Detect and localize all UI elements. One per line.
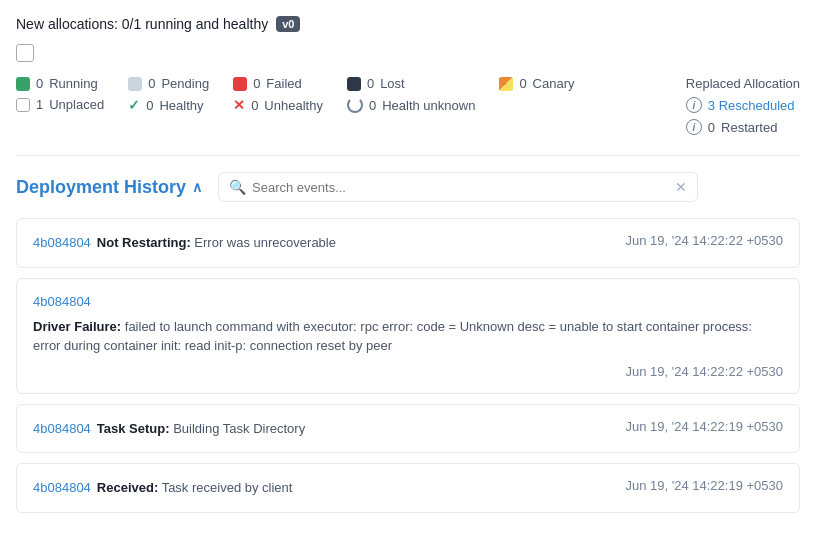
restarted-item: i 0 Restarted (686, 119, 800, 135)
deployment-title-text: Deployment History (16, 177, 186, 198)
search-input[interactable] (252, 180, 669, 195)
restarted-icon: i (686, 119, 702, 135)
stat-running: 0 Running (16, 76, 104, 91)
event-time: Jun 19, '24 14:22:22 +0530 (625, 364, 783, 379)
lost-icon (347, 77, 361, 91)
healthy-icon: ✓ (128, 97, 140, 113)
failed-icon (233, 77, 247, 91)
chevron-up-icon[interactable]: ∧ (192, 179, 202, 195)
event-left: 4b084804 Received: Task received by clie… (33, 478, 609, 498)
lost-count: 0 (367, 76, 374, 91)
unhealthy-count: 0 (251, 98, 258, 113)
canary-label: Canary (533, 76, 575, 91)
event-bold: Driver Failure: (33, 319, 121, 334)
stat-unhealthy: ✕ 0 Unhealthy (233, 97, 323, 113)
event-id-link[interactable]: 4b084804 (33, 235, 91, 250)
health-unknown-icon (347, 97, 363, 113)
stat-pending: 0 Pending (128, 76, 209, 91)
unplaced-label: Unplaced (49, 97, 104, 112)
stats-col-4: 0 Lost 0 Health unknown (347, 76, 499, 135)
stats-col-5: 0 Canary (499, 76, 598, 135)
unhealthy-icon: ✕ (233, 97, 245, 113)
event-id-link[interactable]: 4b084804 (33, 294, 91, 309)
stat-health-unknown: 0 Health unknown (347, 97, 475, 113)
stat-healthy: ✓ 0 Healthy (128, 97, 209, 113)
new-allocations-header: New allocations: 0/1 running and healthy… (16, 16, 800, 32)
event-row: 4b084804 Not Restarting: Error was unrec… (33, 233, 783, 253)
failed-count: 0 (253, 76, 260, 91)
event-bold: Not Restarting: (97, 235, 191, 250)
clear-search-button[interactable]: ✕ (675, 179, 687, 195)
event-id-link[interactable]: 4b084804 (33, 421, 91, 436)
event-bold: Task Setup: (97, 421, 170, 436)
rescheduled-icon: i (686, 97, 702, 113)
replaced-col: Replaced Allocation i 3 Rescheduled i 0 … (686, 76, 800, 135)
deployment-header: Deployment History ∧ 🔍 ✕ (16, 172, 800, 202)
event-id-link[interactable]: 4b084804 (33, 480, 91, 495)
allocation-checkbox-row (16, 44, 800, 62)
replaced-title: Replaced Allocation (686, 76, 800, 91)
event-card: 4b084804 Task Setup: Building Task Direc… (16, 404, 800, 454)
canary-count: 0 (519, 76, 526, 91)
event-row: 4b084804 Task Setup: Building Task Direc… (33, 419, 783, 439)
event-card: 4b084804 Not Restarting: Error was unrec… (16, 218, 800, 268)
event-row: 4b084804 Received: Task received by clie… (33, 478, 783, 498)
healthy-label: Healthy (159, 98, 203, 113)
failed-label: Failed (266, 76, 301, 91)
event-card: 4b084804 Driver Failure: failed to launc… (16, 278, 800, 394)
stats-col-2: 0 Pending ✓ 0 Healthy (128, 76, 233, 135)
pending-icon (128, 77, 142, 91)
unplaced-count: 1 (36, 97, 43, 112)
unplaced-icon (16, 98, 30, 112)
event-time: Jun 19, '24 14:22:19 +0530 (625, 478, 783, 493)
event-left: 4b084804 Not Restarting: Error was unrec… (33, 233, 609, 253)
event-body: Task Setup: Building Task Directory (97, 419, 305, 439)
event-card: 4b084804 Received: Task received by clie… (16, 463, 800, 513)
rescheduled-link[interactable]: 3 Rescheduled (708, 98, 795, 113)
health-unknown-label: Health unknown (382, 98, 475, 113)
running-icon (16, 77, 30, 91)
stat-unplaced: 1 Unplaced (16, 97, 104, 112)
allocations-title: New allocations: 0/1 running and healthy (16, 16, 268, 32)
event-body: Driver Failure: failed to launch command… (33, 317, 783, 356)
version-badge: v0 (276, 16, 300, 32)
search-box[interactable]: 🔍 ✕ (218, 172, 698, 202)
deployment-title-container: Deployment History ∧ (16, 177, 202, 198)
running-count: 0 (36, 76, 43, 91)
stats-col-3: 0 Failed ✕ 0 Unhealthy (233, 76, 347, 135)
rescheduled-item: i 3 Rescheduled (686, 97, 800, 113)
stat-canary: 0 Canary (499, 76, 574, 91)
event-bold: Received: (97, 480, 158, 495)
section-divider (16, 155, 800, 156)
stats-col-1: 0 Running 1 Unplaced (16, 76, 128, 135)
lost-label: Lost (380, 76, 405, 91)
unhealthy-label: Unhealthy (264, 98, 323, 113)
healthy-count: 0 (146, 98, 153, 113)
stat-failed: 0 Failed (233, 76, 323, 91)
event-time: Jun 19, '24 14:22:19 +0530 (625, 419, 783, 434)
event-time: Jun 19, '24 14:22:22 +0530 (625, 233, 783, 248)
canary-icon (499, 77, 513, 91)
allocation-checkbox[interactable] (16, 44, 34, 62)
pending-count: 0 (148, 76, 155, 91)
pending-label: Pending (161, 76, 209, 91)
running-label: Running (49, 76, 97, 91)
restarted-count: 0 (708, 120, 715, 135)
events-container: 4b084804 Not Restarting: Error was unrec… (16, 218, 800, 513)
event-left: 4b084804 Task Setup: Building Task Direc… (33, 419, 609, 439)
event-body: Not Restarting: Error was unrecoverable (97, 233, 336, 253)
restarted-label: Restarted (721, 120, 777, 135)
health-unknown-count: 0 (369, 98, 376, 113)
search-icon: 🔍 (229, 179, 246, 195)
stat-lost: 0 Lost (347, 76, 475, 91)
event-body: Received: Task received by client (97, 478, 293, 498)
